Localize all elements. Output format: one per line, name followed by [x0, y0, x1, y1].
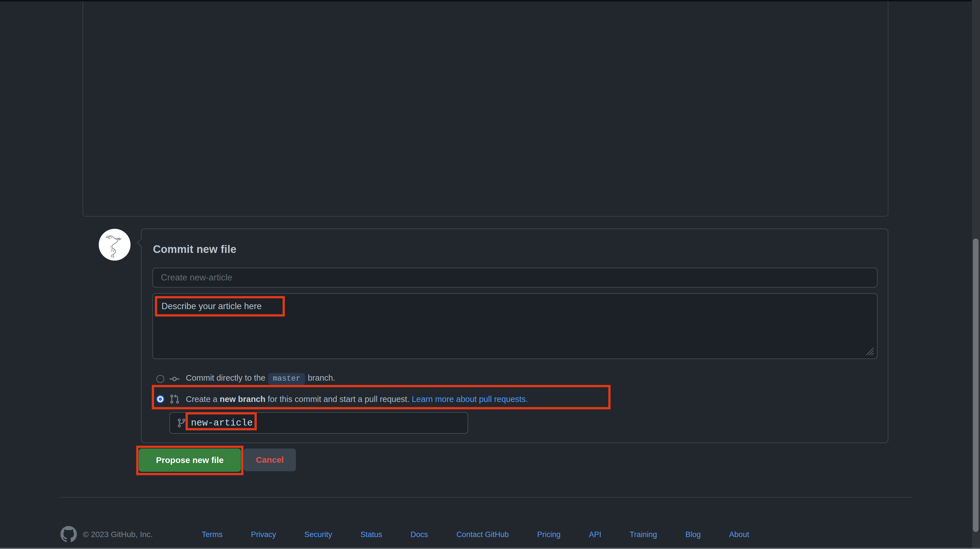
footer-link-terms[interactable]: Terms — [202, 530, 223, 539]
label-text: Create a — [186, 394, 220, 404]
git-commit-icon — [169, 374, 180, 384]
footer-link-about[interactable]: About — [729, 530, 749, 539]
footer-link-contact[interactable]: Contact GitHub — [457, 530, 509, 539]
footer-link-status[interactable]: Status — [361, 530, 382, 539]
speech-caret — [137, 239, 145, 247]
propose-new-file-button[interactable]: Propose new file — [139, 448, 241, 472]
scrollbar-track — [972, 0, 980, 549]
textarea-resize-handle[interactable] — [863, 345, 875, 356]
footer-link-privacy[interactable]: Privacy — [251, 530, 276, 539]
learn-more-link[interactable]: Learn more about pull requests. — [412, 394, 528, 404]
window-bottom-edge — [0, 548, 980, 549]
footer-link-security[interactable]: Security — [304, 530, 332, 539]
radio-row-commit-direct: Commit directly to themasterbranch. — [156, 374, 335, 384]
footer: © 2023 GitHub, Inc. Terms Privacy Securi… — [59, 525, 912, 544]
github-commit-new-file-page: Commit new file Describe your article he… — [0, 0, 980, 549]
cancel-button[interactable]: Cancel — [244, 448, 296, 471]
footer-link-pricing[interactable]: Pricing — [537, 530, 561, 539]
file-editor-area[interactable] — [83, 2, 888, 217]
radio-commit-direct[interactable] — [156, 375, 164, 383]
radio-create-branch-label: Create a new branch for this commit and … — [186, 394, 528, 404]
dragon-sketch-icon — [101, 231, 128, 259]
label-text: Commit directly to the — [186, 373, 265, 382]
footer-link-docs[interactable]: Docs — [410, 530, 428, 539]
footer-divider — [59, 497, 912, 498]
label-text: for this commit and start a pull request… — [265, 394, 412, 404]
label-text-bold: new branch — [220, 394, 265, 404]
radio-row-create-branch: Create a new branch for this commit and … — [156, 394, 528, 404]
git-pull-request-icon — [169, 394, 180, 404]
user-avatar — [99, 229, 130, 260]
commit-form-panel: Commit new file Describe your article he… — [141, 228, 888, 443]
label-text: branch. — [308, 373, 336, 382]
footer-link-training[interactable]: Training — [630, 530, 657, 539]
footer-link-api[interactable]: API — [589, 530, 601, 539]
github-logo-icon[interactable] — [60, 526, 77, 543]
footer-link-blog[interactable]: Blog — [686, 530, 701, 539]
git-branch-icon — [177, 418, 186, 428]
scrollbar-thumb[interactable] — [973, 238, 978, 532]
footer-links: Terms Privacy Security Status Docs Conta… — [202, 530, 749, 539]
copyright-text: © 2023 GitHub, Inc. — [83, 530, 153, 539]
branch-name-input[interactable] — [191, 418, 461, 428]
commit-summary-input[interactable] — [152, 268, 878, 287]
commit-form-title: Commit new file — [153, 243, 236, 255]
radio-create-branch[interactable] — [156, 395, 164, 403]
commit-description-textarea[interactable]: Describe your article here — [152, 293, 878, 359]
radio-commit-direct-label: Commit directly to themasterbranch. — [186, 373, 335, 385]
branch-name-badge: master — [268, 373, 305, 385]
branch-name-field — [169, 412, 468, 434]
